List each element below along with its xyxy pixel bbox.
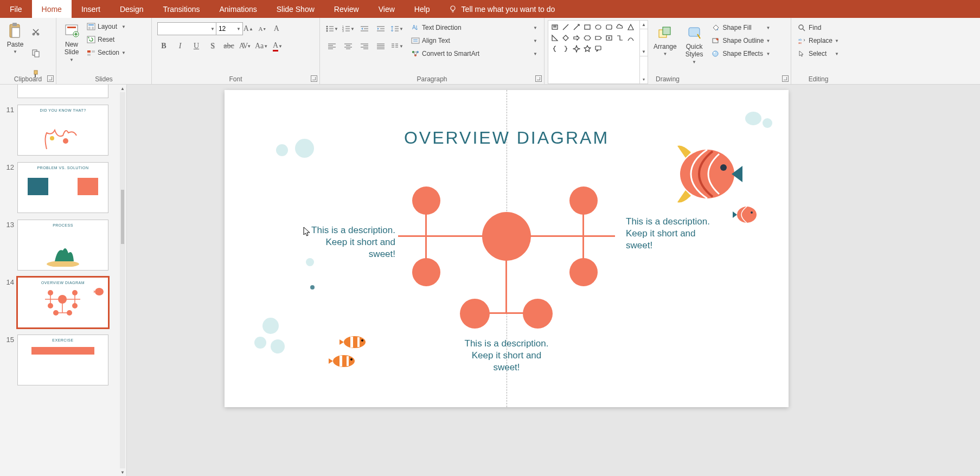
overview-diagram[interactable]: This is a description. Keep it short and… <box>225 193 789 383</box>
diagram-node[interactable] <box>412 258 440 286</box>
diagram-description-left[interactable]: This is a description. Keep it short and… <box>303 224 395 260</box>
thumbnails-scrollbar[interactable]: ▲ ▼ <box>119 85 126 476</box>
diagram-description-bottom[interactable]: This is a description. Keep it short and… <box>447 338 566 374</box>
bold-button[interactable]: B <box>157 40 170 53</box>
font-family-select[interactable] <box>157 22 217 35</box>
decrease-indent-button[interactable] <box>358 22 371 35</box>
shape-triangle[interactable] <box>625 22 636 33</box>
diagram-node[interactable] <box>569 186 598 215</box>
thumb-15[interactable]: 15 EXERCISE <box>0 331 119 389</box>
tab-view[interactable]: View <box>369 0 405 18</box>
tab-design[interactable]: Design <box>110 0 153 18</box>
tab-animations[interactable]: Animations <box>209 0 266 18</box>
font-size-select[interactable] <box>216 22 243 35</box>
shape-pentagon[interactable] <box>593 33 604 43</box>
select-button[interactable]: Select ▼ <box>797 48 840 59</box>
tab-insert[interactable]: Insert <box>72 0 110 18</box>
thumb-11[interactable]: 11 DID YOU KNOW THAT? <box>0 101 119 159</box>
diagram-node[interactable] <box>523 299 553 329</box>
tab-slideshow[interactable]: Slide Show <box>267 0 324 18</box>
char-spacing-button[interactable]: AV▼ <box>239 40 252 53</box>
shape-brace-right[interactable] <box>560 43 571 54</box>
shrink-font-button[interactable]: A▼ <box>256 22 269 35</box>
tab-home[interactable]: Home <box>32 0 72 18</box>
shape-action[interactable] <box>604 33 614 43</box>
thumb-10[interactable] <box>0 85 119 101</box>
shape-oval[interactable] <box>593 22 604 33</box>
slide-editor[interactable]: OVERVIEW DIAGRAM <box>225 90 789 407</box>
cut-button[interactable] <box>29 25 42 38</box>
replace-button[interactable]: abacReplace ▼ <box>797 35 840 46</box>
diagram-description-right[interactable]: This is a description. Keep it short and… <box>626 216 718 252</box>
line-spacing-button[interactable]: ▼ <box>390 22 403 35</box>
increase-indent-button[interactable] <box>374 22 387 35</box>
align-left-button[interactable] <box>325 40 338 53</box>
diagram-node[interactable] <box>460 299 490 329</box>
thumb-13[interactable]: 13 PROCESS <box>0 216 119 274</box>
shape-rounded-rect[interactable] <box>604 22 614 33</box>
shadow-button[interactable]: S <box>206 40 219 53</box>
arrange-button[interactable]: Arrange ▼ <box>650 20 680 84</box>
columns-button[interactable]: ▼ <box>390 40 403 53</box>
clear-formatting-button[interactable]: A <box>270 22 283 35</box>
layout-button[interactable]: Layout ▼ <box>86 21 127 32</box>
drawing-dialog-launcher[interactable] <box>782 75 789 82</box>
shape-connector[interactable] <box>614 33 625 43</box>
shape-outline-button[interactable]: Shape Outline ▼ <box>710 35 771 46</box>
find-button[interactable]: Find <box>797 22 840 33</box>
scroll-thumb[interactable] <box>121 190 124 244</box>
slide-canvas-area[interactable]: OVERVIEW DIAGRAM <box>127 85 980 476</box>
change-case-button[interactable]: Aa▼ <box>255 40 268 53</box>
align-text-button[interactable]: Align Text ▼ <box>410 35 539 46</box>
justify-button[interactable] <box>374 40 387 53</box>
shape-effects-button[interactable]: Shape Effects ▼ <box>710 48 771 59</box>
text-direction-button[interactable]: AText Direction ▼ <box>410 22 539 33</box>
shape-line-arrow[interactable] <box>571 22 582 33</box>
underline-button[interactable]: U <box>190 40 203 53</box>
shape-brace-left[interactable] <box>549 43 560 54</box>
strikethrough-button[interactable]: abc <box>222 40 235 53</box>
shape-cloud[interactable] <box>614 22 625 33</box>
shape-rect[interactable] <box>582 22 593 33</box>
thumb-14[interactable]: 14 OVERVIEW DIAGRAM <box>0 274 119 331</box>
gallery-down[interactable]: ▼ <box>640 48 648 56</box>
tab-file[interactable]: File <box>0 0 32 18</box>
shape-hexagon[interactable] <box>582 33 593 43</box>
shape-right-triangle[interactable] <box>549 33 560 43</box>
shape-line[interactable] <box>560 22 571 33</box>
shape-textbox[interactable] <box>549 22 560 33</box>
scroll-up-button[interactable]: ▲ <box>119 85 126 92</box>
thumb-12[interactable]: 12 PROBLEM VS. SOLUTION <box>0 159 119 216</box>
align-center-button[interactable] <box>342 40 355 53</box>
italic-button[interactable]: I <box>174 40 187 53</box>
shape-arrow-right[interactable] <box>571 33 582 43</box>
shapes-gallery[interactable] <box>548 20 640 84</box>
copy-button[interactable] <box>29 47 42 60</box>
font-dialog-launcher[interactable] <box>311 75 317 82</box>
shape-curve[interactable] <box>625 33 636 43</box>
grow-font-button[interactable]: A▲ <box>242 22 255 35</box>
reset-button[interactable]: Reset <box>86 34 127 45</box>
smartart-button[interactable]: Convert to SmartArt ▼ <box>410 48 539 59</box>
gallery-up[interactable]: ▲ <box>640 21 648 29</box>
section-button[interactable]: Section ▼ <box>86 47 127 58</box>
shape-callout[interactable] <box>593 43 604 54</box>
align-right-button[interactable] <box>358 40 371 53</box>
scroll-track[interactable] <box>120 92 125 468</box>
tab-review[interactable]: Review <box>324 0 369 18</box>
font-color-button[interactable]: A ▼ <box>271 40 284 53</box>
tab-help[interactable]: Help <box>405 0 440 18</box>
quick-styles-button[interactable]: Quick Styles ▼ <box>682 20 707 84</box>
shape-diamond[interactable] <box>560 33 571 43</box>
diagram-node-center[interactable] <box>482 212 531 261</box>
paragraph-dialog-launcher[interactable] <box>535 75 542 82</box>
shape-star5[interactable] <box>582 43 593 54</box>
numbering-button[interactable]: 123▼ <box>342 22 355 35</box>
diagram-node[interactable] <box>412 186 440 215</box>
clipboard-dialog-launcher[interactable] <box>47 75 54 82</box>
diagram-node[interactable] <box>569 258 598 286</box>
tell-me-search[interactable]: Tell me what you want to do <box>440 0 564 18</box>
bullets-button[interactable]: ▼ <box>325 22 338 35</box>
new-slide-button[interactable]: New Slide ▼ <box>60 20 84 84</box>
paste-button[interactable]: Paste ▼ <box>3 20 27 84</box>
